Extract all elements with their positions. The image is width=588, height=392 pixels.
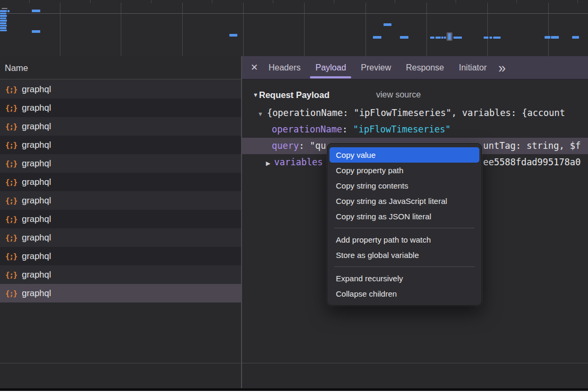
- timeline-request-bar: [384, 23, 391, 26]
- timeline-tick: [151, 0, 152, 3]
- json-fetch-icon: {;}: [5, 122, 17, 131]
- timeline-request-bar: [448, 33, 451, 40]
- timeline-tick: [273, 0, 273, 3]
- timeline-gridline: [487, 3, 488, 56]
- table-row[interactable]: {;}graphql: [0, 154, 242, 173]
- timeline-request-bar: [489, 37, 492, 39]
- request-name: graphql: [22, 84, 51, 94]
- close-icon[interactable]: ✕: [247, 62, 261, 73]
- timeline-request-bar: [0, 17, 6, 20]
- payload-row-operationName[interactable]: operationName: "ipFlowTimeseries": [242, 121, 588, 138]
- timeline-gridline: [243, 3, 244, 56]
- request-name: graphql: [22, 233, 51, 243]
- timeline-request-bar: [484, 37, 488, 39]
- json-fetch-icon: {;}: [5, 85, 17, 94]
- timeline-request-bar: [373, 36, 381, 39]
- collapse-triangle-icon[interactable]: ▼: [253, 87, 259, 103]
- timeline-request-bar: [441, 37, 443, 39]
- timeline-request-bar: [453, 37, 462, 39]
- request-payload-section: ▼ Request Payload view source: [242, 87, 588, 103]
- expand-triangle-icon[interactable]: ▶: [266, 160, 270, 166]
- request-name: graphql: [22, 158, 51, 168]
- timeline-gridline: [182, 3, 183, 56]
- timeline-gridline: [304, 3, 305, 56]
- timeline-request-bar: [400, 36, 408, 39]
- menu-item-copy-string-json-literal[interactable]: Copy string as JSON literal: [327, 209, 482, 224]
- table-row[interactable]: {;}graphql: [0, 228, 242, 247]
- json-fetch-icon: {;}: [5, 197, 17, 205]
- timeline-tick: [456, 0, 456, 3]
- timeline-request-bar: [572, 36, 579, 39]
- timeline-request-bar: [0, 15, 7, 17]
- request-name: graphql: [22, 195, 51, 206]
- tab-initiator[interactable]: Initiator: [453, 56, 492, 79]
- view-source-link[interactable]: view source: [376, 87, 421, 103]
- timeline-request-bar: [32, 10, 40, 12]
- menu-item-store-as-global-variable[interactable]: Store as global variable: [327, 247, 482, 263]
- timeline-request-bar: [32, 30, 40, 33]
- timeline-gridline: [548, 3, 549, 56]
- request-name: graphql: [22, 121, 51, 131]
- tab-response[interactable]: Response: [400, 56, 450, 79]
- property-value-start: "qu: [310, 140, 326, 151]
- property-key: operationName: [272, 124, 342, 135]
- tab-preview[interactable]: Preview: [355, 56, 397, 79]
- timeline-request-bar: [7, 10, 10, 12]
- tab-headers[interactable]: Headers: [263, 56, 306, 79]
- menu-item-copy-value[interactable]: Copy value: [329, 147, 479, 163]
- property-key: query: [272, 140, 299, 151]
- table-row[interactable]: {;}graphql: [0, 99, 242, 117]
- timeline-tick: [516, 0, 517, 3]
- table-row[interactable]: {;}graphql: [0, 191, 242, 210]
- request-name: graphql: [22, 251, 51, 261]
- timeline-request-bar: [0, 22, 6, 24]
- table-row[interactable]: {;}graphql: [0, 210, 242, 228]
- json-fetch-icon: {;}: [5, 271, 17, 279]
- request-name: graphql: [22, 177, 51, 187]
- table-row[interactable]: {;}graphql: [0, 173, 242, 191]
- menu-item-add-property-path-to-watch[interactable]: Add property path to watch: [327, 232, 482, 247]
- json-fetch-icon: {;}: [5, 252, 17, 261]
- timeline-request-bar: [2, 8, 7, 9]
- name-column-header[interactable]: Name: [0, 56, 242, 79]
- timeline-request-bar: [444, 37, 446, 39]
- json-fetch-icon: {;}: [5, 104, 17, 112]
- timeline-request-bar: [0, 10, 7, 12]
- timeline-hline: [0, 13, 588, 14]
- timeline-request-bar: [0, 25, 7, 27]
- devtools-network-panel: Name {;}graphql{;}graphql{;}graphql{;}gr…: [0, 0, 588, 392]
- menu-item-copy-string-contents[interactable]: Copy string contents: [327, 178, 482, 193]
- context-menu: Copy value Copy property path Copy strin…: [327, 143, 482, 306]
- timeline-request-bar: [430, 37, 434, 39]
- timeline-request-bar: [545, 36, 550, 39]
- timeline-request-bar: [493, 37, 501, 39]
- json-fetch-icon: {;}: [5, 178, 17, 186]
- tab-payload[interactable]: Payload: [309, 56, 352, 79]
- menu-item-copy-string-js-literal[interactable]: Copy string as JavaScript literal: [327, 193, 482, 209]
- timeline-gridline: [366, 3, 366, 56]
- network-overview[interactable]: [0, 0, 588, 57]
- timeline-request-bar: [435, 37, 441, 39]
- timeline-request-bar: [0, 20, 7, 22]
- menu-item-collapse-children[interactable]: Collapse children: [327, 286, 482, 301]
- expand-triangle-icon[interactable]: ▼: [257, 111, 263, 117]
- table-row[interactable]: {;}graphql: [0, 80, 242, 99]
- table-row[interactable]: {;}graphql: [0, 136, 242, 154]
- property-value-string: "ipFlowTimeseries": [353, 124, 451, 135]
- timeline-request-bar: [0, 30, 7, 32]
- payload-root-row[interactable]: ▼{operationName: "ipFlowTimeseries", var…: [242, 105, 588, 121]
- json-fetch-icon: {;}: [5, 234, 17, 242]
- bottom-separator: [0, 363, 588, 363]
- timeline-tick: [334, 0, 334, 3]
- timeline-request-bar: [229, 34, 237, 37]
- table-row[interactable]: {;}graphql: [0, 117, 242, 136]
- table-row[interactable]: {;}graphql: [0, 265, 242, 284]
- more-tabs-icon[interactable]: »: [498, 57, 506, 78]
- menu-item-expand-recursively[interactable]: Expand recursively: [327, 271, 482, 286]
- menu-item-copy-property-path[interactable]: Copy property path: [327, 163, 482, 178]
- timeline-gridline: [121, 3, 121, 56]
- table-row[interactable]: {;}graphql: [0, 247, 242, 265]
- timeline-tick: [395, 0, 395, 3]
- request-name: graphql: [22, 103, 51, 113]
- table-row[interactable]: {;}graphql: [0, 284, 242, 302]
